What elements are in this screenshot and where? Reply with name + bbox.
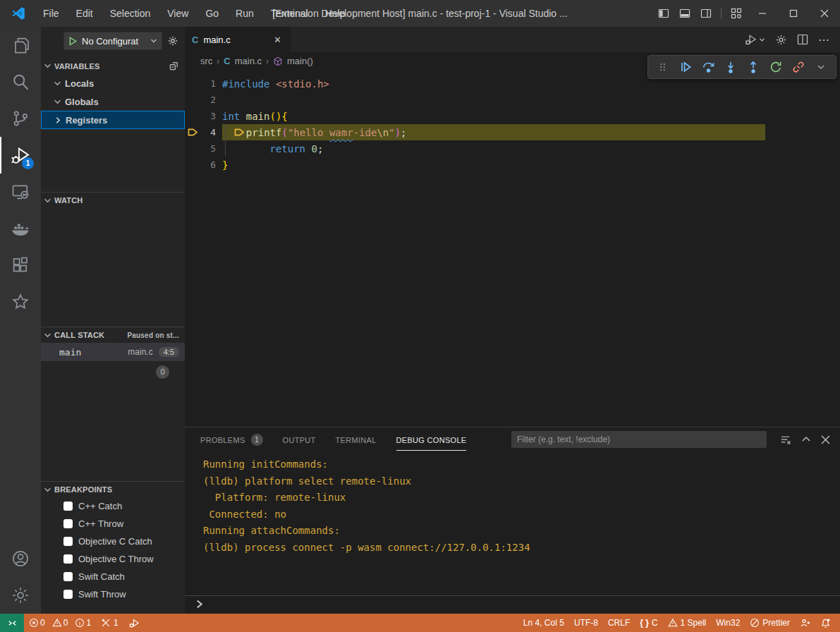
close-panel-icon[interactable] — [821, 435, 830, 444]
menu-edit[interactable]: Edit — [69, 4, 100, 23]
customize-layout-icon[interactable] — [726, 0, 747, 27]
configure-gear-icon[interactable] — [165, 35, 181, 47]
eol-sequence[interactable]: CRLF — [603, 614, 635, 632]
activity-extensions-icon[interactable] — [0, 247, 41, 284]
menu-view[interactable]: View — [160, 4, 195, 23]
activity-source-control-icon[interactable] — [0, 100, 41, 137]
clear-console-icon[interactable] — [779, 434, 791, 446]
checkbox-unchecked[interactable] — [63, 572, 73, 581]
step-out-icon[interactable] — [744, 58, 762, 76]
glyph-margin[interactable] — [185, 140, 200, 157]
disconnect-icon[interactable] — [789, 58, 808, 76]
activity-search-icon[interactable] — [0, 63, 41, 100]
continue-button-icon[interactable] — [676, 58, 695, 76]
tab-terminal[interactable]: TERMINAL — [336, 427, 377, 451]
encoding[interactable]: UTF-8 — [569, 614, 603, 632]
tab-problems[interactable]: PROBLEMS 1 — [200, 427, 263, 451]
menu-selection[interactable]: Selection — [103, 4, 158, 23]
variables-section-header[interactable]: VARIABLES — [41, 58, 185, 74]
step-over-icon[interactable] — [699, 58, 717, 76]
breakpoint-row[interactable]: Swift Throw — [41, 585, 185, 603]
checkbox-unchecked[interactable] — [63, 537, 73, 546]
breakpoint-row[interactable]: Swift Catch — [41, 568, 185, 585]
split-editor-icon[interactable] — [797, 34, 808, 45]
editor-settings-gear-icon[interactable] — [775, 34, 787, 46]
checkbox-unchecked[interactable] — [63, 590, 73, 599]
formatter-status[interactable]: Prettier — [745, 614, 795, 632]
activity-star-icon[interactable] — [0, 284, 41, 320]
start-debugging-icon[interactable] — [68, 37, 78, 46]
breakpoint-row[interactable]: C++ Throw — [41, 515, 185, 533]
notifications-bell-icon[interactable] — [815, 614, 836, 632]
maximize-panel-icon[interactable] — [801, 435, 811, 444]
breadcrumb-symbol[interactable]: main() — [287, 56, 313, 66]
line-content[interactable]: return 0; — [222, 140, 323, 157]
tools-status[interactable]: 1 — [96, 614, 123, 632]
menu-help[interactable]: Help — [318, 4, 353, 23]
call-stack-section-header[interactable]: CALL STACK Paused on st... — [41, 327, 185, 343]
breakpoint-row[interactable]: Objective C Throw — [41, 550, 185, 568]
run-or-debug-button[interactable] — [745, 33, 765, 46]
menu-go[interactable]: Go — [198, 4, 226, 23]
code-line[interactable]: 2 — [185, 92, 840, 108]
console-filter-input[interactable] — [511, 435, 767, 444]
line-content[interactable]: printf("hello wamr-ide\n"); — [222, 124, 407, 140]
variables-item-locals[interactable]: Locals — [41, 74, 185, 92]
breakpoints-section-header[interactable]: BREAKPOINTS — [41, 481, 185, 497]
glyph-margin[interactable] — [185, 75, 200, 92]
line-content[interactable]: #include <stdio.h> — [222, 75, 329, 92]
debug-status-icon[interactable] — [123, 614, 145, 632]
tab-output[interactable]: OUTPUT — [283, 427, 316, 451]
glyph-margin[interactable] — [185, 92, 200, 108]
cursor-position[interactable]: Ln 4, Col 5 — [518, 614, 569, 632]
debug-console-input-row[interactable] — [185, 595, 840, 612]
code-line[interactable]: 5 return 0; — [185, 140, 840, 157]
checkbox-unchecked[interactable] — [63, 554, 73, 564]
breadcrumb-file[interactable]: main.c — [235, 56, 262, 66]
activity-settings-icon[interactable] — [0, 577, 41, 614]
close-window-button[interactable] — [809, 0, 840, 27]
tab-debug-console[interactable]: DEBUG CONSOLE — [396, 427, 467, 451]
breakpoint-row[interactable]: C++ Catch — [41, 497, 185, 515]
glyph-margin[interactable] — [185, 108, 200, 124]
platform-status[interactable]: Win32 — [711, 614, 745, 632]
menu-terminal[interactable]: Terminal — [264, 4, 315, 23]
line-content[interactable]: int main(){ — [222, 108, 288, 124]
glyph-margin[interactable] — [185, 157, 200, 173]
remote-indicator[interactable] — [0, 614, 24, 632]
menu-file[interactable]: File — [36, 4, 66, 23]
feedback-icon[interactable] — [795, 614, 815, 632]
activity-remote-explorer-icon[interactable] — [0, 174, 41, 210]
checkbox-unchecked[interactable] — [63, 519, 73, 528]
tab-main-c[interactable]: C main.c ✕ — [185, 27, 291, 52]
menu-run[interactable]: Run — [229, 4, 261, 23]
variables-item-registers[interactable]: Registers — [41, 111, 185, 129]
breakpoint-row[interactable]: Objective C Catch — [41, 533, 185, 550]
variables-item-globals[interactable]: Globals — [41, 92, 185, 111]
watch-section-header[interactable]: WATCH — [41, 192, 185, 208]
code-line[interactable]: 3int main(){ — [185, 108, 840, 124]
language-mode[interactable]: { } C — [635, 614, 662, 632]
code-line[interactable]: 4 printf("hello wamr-ide\n"); — [185, 124, 840, 140]
restart-icon[interactable] — [767, 58, 785, 76]
close-tab-icon[interactable]: ✕ — [272, 35, 284, 45]
minimize-button[interactable] — [747, 0, 778, 27]
collapse-all-icon[interactable] — [169, 61, 179, 71]
chevron-down-icon[interactable] — [812, 58, 830, 76]
spell-checker-status[interactable]: 1 Spell — [663, 614, 712, 632]
launch-configuration-dropdown[interactable]: No Configurat — [63, 32, 162, 50]
toggle-panel-icon[interactable] — [674, 0, 695, 27]
line-content[interactable]: } — [222, 157, 228, 173]
maximize-button[interactable] — [778, 0, 809, 27]
toolbar-drag-gripper[interactable] — [654, 58, 672, 76]
code-line[interactable]: 6} — [185, 157, 840, 173]
checkbox-unchecked[interactable] — [63, 502, 73, 511]
current-frame-arrow-icon[interactable] — [185, 124, 200, 140]
toggle-secondary-sidebar-icon[interactable] — [695, 0, 717, 27]
activity-account-icon[interactable] — [0, 540, 41, 577]
code-editor[interactable]: 1#include <stdio.h>23int main(){4 printf… — [185, 70, 840, 173]
step-into-icon[interactable] — [722, 58, 740, 76]
breadcrumb-folder[interactable]: src — [200, 56, 212, 66]
activity-explorer-icon[interactable] — [0, 27, 41, 63]
problems-status[interactable]: 0 0 1 — [24, 614, 96, 632]
